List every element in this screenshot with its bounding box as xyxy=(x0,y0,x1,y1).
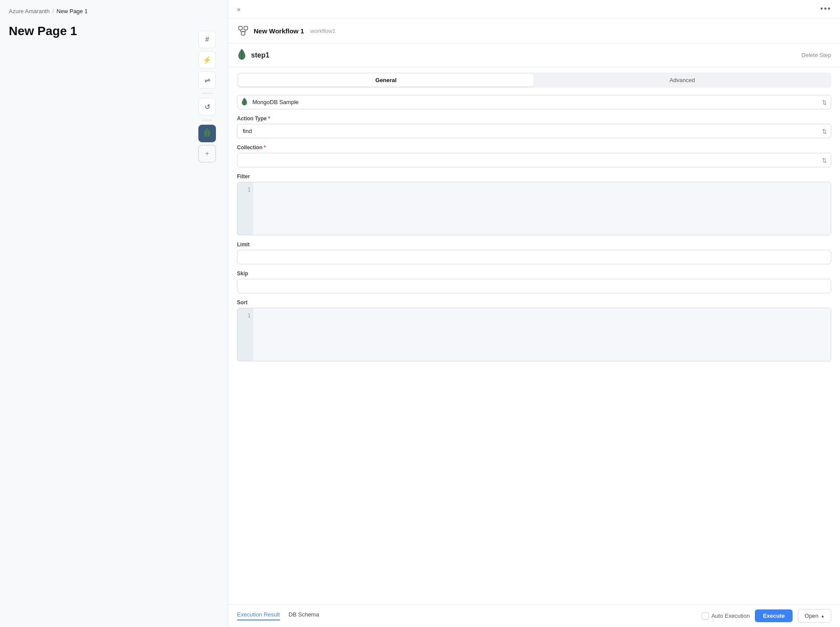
delete-step-button[interactable]: Delete Step xyxy=(801,52,831,58)
tab-execution-result[interactable]: Execution Result xyxy=(237,611,280,620)
bottom-actions: Auto Execution Execute Open ▲ xyxy=(702,609,831,623)
sort-editor: 1 xyxy=(237,308,831,361)
icon-toolbar: # ⚡ ⇌ ↺ + xyxy=(198,26,216,167)
lightning-icon-btn[interactable]: ⚡ xyxy=(198,51,216,68)
tab-bar: General Advanced xyxy=(237,72,831,88)
collection-group: Collection * xyxy=(237,144,831,167)
transfer-icon-btn[interactable]: ⇌ xyxy=(198,71,216,89)
sort-textarea[interactable] xyxy=(253,308,831,361)
limit-input[interactable] xyxy=(237,250,831,264)
sort-group: Sort 1 xyxy=(237,299,831,361)
datasource-leaf-icon xyxy=(241,97,248,107)
history-icon-btn[interactable]: ↺ xyxy=(198,98,216,115)
expand-icon[interactable]: » xyxy=(237,6,241,13)
skip-group: Skip xyxy=(237,270,831,293)
open-chevron-icon: ▲ xyxy=(821,614,825,618)
breadcrumb-current: New Page 1 xyxy=(57,8,88,14)
sort-label: Sort xyxy=(237,299,831,306)
breadcrumb-root[interactable]: Azure Amaranth xyxy=(9,8,50,14)
sort-line-1: 1 xyxy=(240,312,251,320)
left-sidebar: Azure Amaranth / New Page 1 New Page 1 #… xyxy=(0,0,228,627)
filter-textarea[interactable] xyxy=(253,182,831,235)
workflow-title: New Workflow 1 xyxy=(254,27,304,35)
skip-input[interactable] xyxy=(237,279,831,293)
form-area: MongoDB Sample Action Type * find findOn… xyxy=(228,88,840,604)
panel-header: » ••• xyxy=(228,0,840,18)
toolbar-divider-2 xyxy=(202,120,212,120)
step-mongodb-icon xyxy=(237,49,247,61)
workflow-header: New Workflow 1 workflow1 xyxy=(228,18,840,43)
datasource-select[interactable]: MongoDB Sample xyxy=(237,95,831,109)
panel-header-left: » xyxy=(237,6,241,13)
more-options-icon[interactable]: ••• xyxy=(820,4,831,14)
open-button[interactable]: Open ▲ xyxy=(798,609,831,623)
svg-rect-0 xyxy=(239,26,242,30)
action-type-required: * xyxy=(268,115,270,122)
step-header: step1 Delete Step xyxy=(228,43,840,67)
page-title: New Page 1 xyxy=(0,20,228,47)
tab-advanced[interactable]: Advanced xyxy=(535,74,830,86)
collection-required: * xyxy=(264,144,266,151)
datasource-group: MongoDB Sample xyxy=(237,95,831,109)
history-icon: ↺ xyxy=(205,103,210,111)
bottom-bar: Execution Result DB Schema Auto Executio… xyxy=(228,604,840,627)
datasource-select-wrapper: MongoDB Sample xyxy=(237,95,831,109)
execute-button[interactable]: Execute xyxy=(755,609,793,622)
action-type-select[interactable]: find findOne insert update delete aggreg… xyxy=(237,124,831,138)
action-type-label: Action Type * xyxy=(237,115,831,122)
mongodb-icon-btn[interactable] xyxy=(198,125,216,142)
skip-label: Skip xyxy=(237,270,831,277)
auto-execution-label: Auto Execution xyxy=(711,613,750,619)
sort-line-numbers: 1 xyxy=(237,308,253,361)
filter-line-1: 1 xyxy=(240,186,251,194)
add-step-btn[interactable]: + xyxy=(198,145,216,162)
filter-line-numbers: 1 xyxy=(237,182,253,235)
filter-label: Filter xyxy=(237,173,831,180)
hash-icon: # xyxy=(205,36,209,43)
filter-editor: 1 xyxy=(237,182,831,235)
collection-select[interactable] xyxy=(237,153,831,167)
toolbar-divider xyxy=(202,93,212,94)
svg-rect-1 xyxy=(244,26,248,30)
svg-rect-2 xyxy=(241,32,245,35)
tab-db-schema[interactable]: DB Schema xyxy=(289,611,319,620)
collection-label: Collection * xyxy=(237,144,831,151)
hash-icon-btn[interactable]: # xyxy=(198,31,216,48)
mongodb-leaf-icon xyxy=(203,128,211,139)
filter-group: Filter 1 xyxy=(237,173,831,235)
step-left: step1 xyxy=(237,49,269,61)
breadcrumb-separator: / xyxy=(52,8,54,14)
open-label: Open xyxy=(804,613,818,619)
workflow-subtitle: workflow1 xyxy=(310,28,336,34)
right-panel: » ••• New Workflow 1 workflow1 xyxy=(228,0,840,627)
lightning-icon: ⚡ xyxy=(203,56,212,64)
breadcrumb: Azure Amaranth / New Page 1 xyxy=(0,0,228,20)
collection-select-wrapper xyxy=(237,153,831,167)
auto-execution-toggle[interactable]: Auto Execution xyxy=(702,613,750,620)
step-title: step1 xyxy=(251,51,269,59)
bottom-tabs: Execution Result DB Schema xyxy=(237,611,319,620)
limit-group: Limit xyxy=(237,241,831,264)
limit-label: Limit xyxy=(237,241,831,248)
tab-general[interactable]: General xyxy=(238,74,534,86)
action-type-select-wrapper: find findOne insert update delete aggreg… xyxy=(237,124,831,138)
action-type-group: Action Type * find findOne insert update… xyxy=(237,115,831,138)
workflow-icon xyxy=(237,25,249,37)
auto-execution-checkbox[interactable] xyxy=(702,613,709,620)
plus-icon: + xyxy=(205,150,209,158)
transfer-icon: ⇌ xyxy=(205,76,210,84)
